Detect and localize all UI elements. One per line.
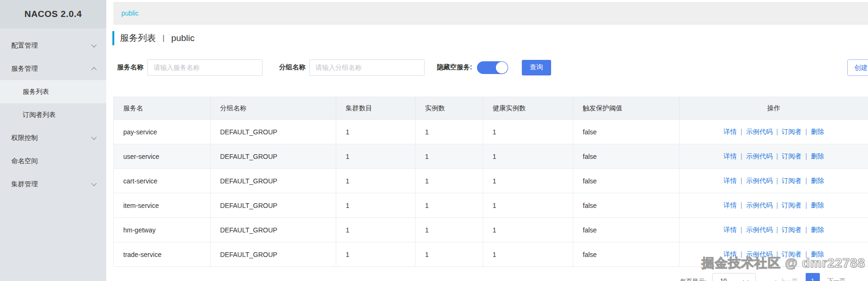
action-separator: | xyxy=(740,128,742,135)
col-header-service-name: 服务名 xyxy=(114,97,211,120)
action-sample-code[interactable]: 示例代码 xyxy=(746,226,773,233)
sidebar-item-namespace[interactable]: 命名空间 xyxy=(0,149,106,173)
watermark: 掘金技术社区 @ dmr22788 xyxy=(702,255,865,272)
prev-page-button[interactable]: ‹上一页 xyxy=(774,277,798,281)
table-header-row: 服务名 分组名称 集群数目 实例数 健康实例数 触发保护阈值 操作 xyxy=(114,97,868,120)
sidebar-item-label: 订阅者列表 xyxy=(23,111,56,119)
action-separator: | xyxy=(776,128,778,135)
action-subscribers[interactable]: 订阅者 xyxy=(782,128,801,135)
cell-protect-threshold: false xyxy=(573,193,680,218)
cell-healthy-instance-count: 1 xyxy=(483,242,573,267)
title-accent-bar xyxy=(112,31,114,45)
page-size-select[interactable]: 10 xyxy=(712,273,756,281)
cell-cluster-count: 1 xyxy=(336,144,416,169)
action-sample-code[interactable]: 示例代码 xyxy=(746,177,773,184)
cell-group-name: DEFAULT_GROUP xyxy=(211,242,336,267)
action-sample-code[interactable]: 示例代码 xyxy=(746,128,773,135)
sidebar-item-subscriber-list[interactable]: 订阅者列表 xyxy=(0,103,106,126)
namespace-bar: public xyxy=(113,2,868,25)
chevron-down-icon xyxy=(91,181,96,186)
action-sample-code[interactable]: 示例代码 xyxy=(746,201,773,209)
cell-service-name: cart-service xyxy=(114,169,211,193)
cell-cluster-count: 1 xyxy=(336,169,416,193)
cell-healthy-instance-count: 1 xyxy=(483,193,573,218)
action-separator: | xyxy=(776,226,778,233)
create-service-button[interactable]: 创建 xyxy=(847,59,868,76)
col-header-actions: 操作 xyxy=(680,97,868,120)
cell-group-name: DEFAULT_GROUP xyxy=(211,218,336,242)
sidebar-item-cluster-management[interactable]: 集群管理 xyxy=(0,173,106,196)
chevron-down-icon xyxy=(91,134,96,140)
service-name-input[interactable] xyxy=(147,59,263,76)
action-delete[interactable]: 删除 xyxy=(811,226,824,233)
cell-protect-threshold: false xyxy=(573,242,680,267)
action-detail[interactable]: 详情 xyxy=(723,152,737,160)
action-subscribers[interactable]: 订阅者 xyxy=(782,226,801,233)
toggle-knob xyxy=(496,62,508,74)
col-header-group-name: 分组名称 xyxy=(211,97,336,120)
prev-page-label: 上一页 xyxy=(780,278,798,281)
action-delete[interactable]: 删除 xyxy=(811,152,824,160)
action-delete[interactable]: 删除 xyxy=(811,128,824,135)
action-separator: | xyxy=(740,152,742,160)
chevron-up-icon xyxy=(91,67,96,72)
row-actions: 详情|示例代码|订阅者|删除 xyxy=(680,193,868,218)
service-table: 服务名 分组名称 集群数目 实例数 健康实例数 触发保护阈值 操作 pay-se… xyxy=(113,97,868,267)
action-sample-code[interactable]: 示例代码 xyxy=(746,152,773,160)
row-actions: 详情|示例代码|订阅者|删除 xyxy=(680,169,868,193)
action-separator: | xyxy=(805,152,807,160)
table-row: cart-service DEFAULT_GROUP 1 1 1 false 详… xyxy=(114,169,868,193)
sidebar-item-permission-control[interactable]: 权限控制 xyxy=(0,126,106,149)
action-detail[interactable]: 详情 xyxy=(723,201,737,209)
page-size-value: 10 xyxy=(720,277,727,281)
table-row: pay-service DEFAULT_GROUP 1 1 1 false 详情… xyxy=(114,120,868,144)
action-subscribers[interactable]: 订阅者 xyxy=(782,152,801,160)
sidebar-item-label: 服务列表 xyxy=(23,88,49,96)
chevron-down-icon xyxy=(91,42,96,47)
cell-instance-count: 1 xyxy=(416,120,483,144)
table-row: user-service DEFAULT_GROUP 1 1 1 false 详… xyxy=(114,144,868,169)
action-separator: | xyxy=(740,201,742,209)
action-delete[interactable]: 删除 xyxy=(811,201,824,209)
cell-service-name: item-service xyxy=(114,193,211,218)
cell-group-name: DEFAULT_GROUP xyxy=(211,120,336,144)
next-page-button[interactable]: 下一页 xyxy=(827,277,846,281)
page-title-namespace: public xyxy=(171,33,195,43)
cell-cluster-count: 1 xyxy=(336,120,416,144)
action-separator: | xyxy=(776,152,778,160)
chevron-down-icon xyxy=(743,278,748,281)
sidebar-menu: 配置管理 服务管理 服务列表 订阅者列表 权限控制 命名空间 集群管理 xyxy=(0,28,106,196)
cell-cluster-count: 1 xyxy=(336,242,416,267)
page-size-label: 每页显示: xyxy=(680,277,706,281)
group-name-input[interactable] xyxy=(309,59,425,76)
cell-instance-count: 1 xyxy=(416,218,483,242)
app-logo: NACOS 2.0.4 xyxy=(0,0,106,28)
action-subscribers[interactable]: 订阅者 xyxy=(782,201,801,209)
col-header-healthy-instance-count: 健康实例数 xyxy=(483,97,573,120)
sidebar-item-label: 配置管理 xyxy=(11,41,38,50)
cell-protect-threshold: false xyxy=(573,169,680,193)
sidebar-item-service-management[interactable]: 服务管理 xyxy=(0,57,106,80)
sidebar-item-service-list[interactable]: 服务列表 xyxy=(0,80,106,103)
action-separator: | xyxy=(805,201,807,209)
page-1-button[interactable]: 1 xyxy=(806,273,820,281)
sidebar-item-config-management[interactable]: 配置管理 xyxy=(0,34,106,57)
action-separator: | xyxy=(740,226,742,233)
row-actions: 详情|示例代码|订阅者|删除 xyxy=(680,218,868,242)
action-separator: | xyxy=(776,177,778,184)
search-button[interactable]: 查询 xyxy=(522,60,551,75)
namespace-tab-public[interactable]: public xyxy=(121,9,139,17)
action-detail[interactable]: 详情 xyxy=(723,128,737,135)
action-delete[interactable]: 删除 xyxy=(811,177,824,184)
hide-empty-service-toggle[interactable] xyxy=(477,61,508,74)
action-detail[interactable]: 详情 xyxy=(723,226,737,233)
cell-protect-threshold: false xyxy=(573,144,680,169)
action-separator: | xyxy=(805,177,807,184)
cell-cluster-count: 1 xyxy=(336,218,416,242)
cell-group-name: DEFAULT_GROUP xyxy=(211,169,336,193)
action-subscribers[interactable]: 订阅者 xyxy=(782,177,801,184)
left-arrow-icon: ‹ xyxy=(774,277,777,281)
filter-form: 服务名称 分组名称 隐藏空服务: 查询 xyxy=(117,59,551,76)
action-detail[interactable]: 详情 xyxy=(723,177,737,184)
action-separator: | xyxy=(805,128,807,135)
